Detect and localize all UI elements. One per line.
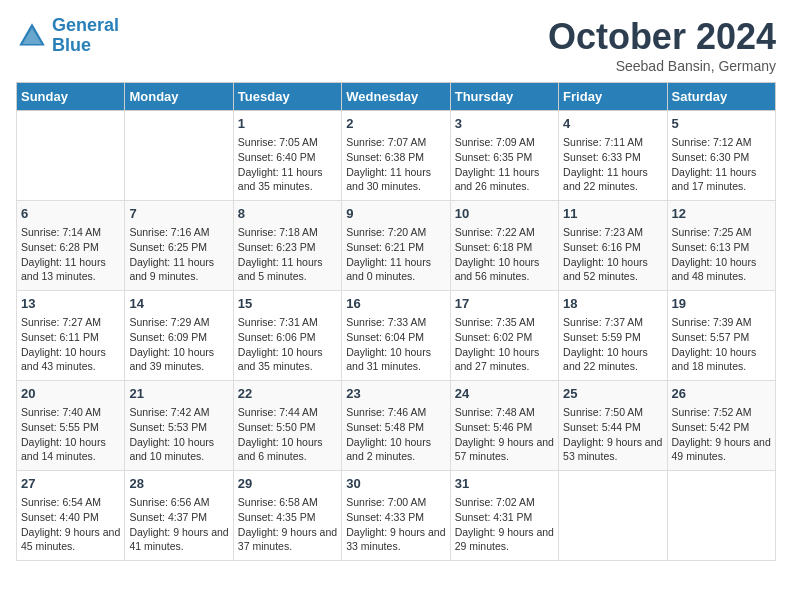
day-info: Sunrise: 7:39 AM Sunset: 5:57 PM Dayligh…: [672, 315, 771, 374]
weekday-header-friday: Friday: [559, 83, 667, 111]
day-cell: 27Sunrise: 6:54 AM Sunset: 4:40 PM Dayli…: [17, 471, 125, 561]
day-number: 3: [455, 115, 554, 133]
day-info: Sunrise: 6:56 AM Sunset: 4:37 PM Dayligh…: [129, 495, 228, 554]
day-info: Sunrise: 7:09 AM Sunset: 6:35 PM Dayligh…: [455, 135, 554, 194]
weekday-header-monday: Monday: [125, 83, 233, 111]
day-number: 29: [238, 475, 337, 493]
month-title: October 2024: [548, 16, 776, 58]
day-number: 30: [346, 475, 445, 493]
day-cell: 5Sunrise: 7:12 AM Sunset: 6:30 PM Daylig…: [667, 111, 775, 201]
calendar-table: SundayMondayTuesdayWednesdayThursdayFrid…: [16, 82, 776, 561]
day-number: 8: [238, 205, 337, 223]
day-number: 5: [672, 115, 771, 133]
day-info: Sunrise: 7:25 AM Sunset: 6:13 PM Dayligh…: [672, 225, 771, 284]
day-number: 16: [346, 295, 445, 313]
logo-line2: Blue: [52, 35, 91, 55]
day-cell: 7Sunrise: 7:16 AM Sunset: 6:25 PM Daylig…: [125, 201, 233, 291]
day-info: Sunrise: 7:20 AM Sunset: 6:21 PM Dayligh…: [346, 225, 445, 284]
day-info: Sunrise: 7:02 AM Sunset: 4:31 PM Dayligh…: [455, 495, 554, 554]
logo-line1: General: [52, 15, 119, 35]
day-cell: 9Sunrise: 7:20 AM Sunset: 6:21 PM Daylig…: [342, 201, 450, 291]
day-info: Sunrise: 7:12 AM Sunset: 6:30 PM Dayligh…: [672, 135, 771, 194]
title-block: October 2024 Seebad Bansin, Germany: [548, 16, 776, 74]
day-info: Sunrise: 7:52 AM Sunset: 5:42 PM Dayligh…: [672, 405, 771, 464]
week-row-5: 27Sunrise: 6:54 AM Sunset: 4:40 PM Dayli…: [17, 471, 776, 561]
day-number: 19: [672, 295, 771, 313]
day-cell: 2Sunrise: 7:07 AM Sunset: 6:38 PM Daylig…: [342, 111, 450, 201]
day-info: Sunrise: 7:40 AM Sunset: 5:55 PM Dayligh…: [21, 405, 120, 464]
day-number: 10: [455, 205, 554, 223]
day-cell: 31Sunrise: 7:02 AM Sunset: 4:31 PM Dayli…: [450, 471, 558, 561]
day-cell: 21Sunrise: 7:42 AM Sunset: 5:53 PM Dayli…: [125, 381, 233, 471]
day-number: 22: [238, 385, 337, 403]
day-cell: 4Sunrise: 7:11 AM Sunset: 6:33 PM Daylig…: [559, 111, 667, 201]
day-info: Sunrise: 7:11 AM Sunset: 6:33 PM Dayligh…: [563, 135, 662, 194]
page-header: General Blue October 2024 Seebad Bansin,…: [16, 16, 776, 74]
weekday-header-saturday: Saturday: [667, 83, 775, 111]
week-row-4: 20Sunrise: 7:40 AM Sunset: 5:55 PM Dayli…: [17, 381, 776, 471]
day-cell: [559, 471, 667, 561]
day-number: 15: [238, 295, 337, 313]
day-number: 20: [21, 385, 120, 403]
day-number: 18: [563, 295, 662, 313]
day-cell: 25Sunrise: 7:50 AM Sunset: 5:44 PM Dayli…: [559, 381, 667, 471]
day-number: 24: [455, 385, 554, 403]
day-info: Sunrise: 7:22 AM Sunset: 6:18 PM Dayligh…: [455, 225, 554, 284]
day-number: 2: [346, 115, 445, 133]
day-cell: 19Sunrise: 7:39 AM Sunset: 5:57 PM Dayli…: [667, 291, 775, 381]
day-number: 6: [21, 205, 120, 223]
day-cell: 18Sunrise: 7:37 AM Sunset: 5:59 PM Dayli…: [559, 291, 667, 381]
day-number: 4: [563, 115, 662, 133]
day-cell: 22Sunrise: 7:44 AM Sunset: 5:50 PM Dayli…: [233, 381, 341, 471]
week-row-1: 1Sunrise: 7:05 AM Sunset: 6:40 PM Daylig…: [17, 111, 776, 201]
day-info: Sunrise: 7:42 AM Sunset: 5:53 PM Dayligh…: [129, 405, 228, 464]
day-info: Sunrise: 6:58 AM Sunset: 4:35 PM Dayligh…: [238, 495, 337, 554]
day-cell: 29Sunrise: 6:58 AM Sunset: 4:35 PM Dayli…: [233, 471, 341, 561]
week-row-2: 6Sunrise: 7:14 AM Sunset: 6:28 PM Daylig…: [17, 201, 776, 291]
day-number: 12: [672, 205, 771, 223]
day-info: Sunrise: 7:14 AM Sunset: 6:28 PM Dayligh…: [21, 225, 120, 284]
day-info: Sunrise: 7:35 AM Sunset: 6:02 PM Dayligh…: [455, 315, 554, 374]
day-number: 13: [21, 295, 120, 313]
weekday-header-wednesday: Wednesday: [342, 83, 450, 111]
day-number: 26: [672, 385, 771, 403]
day-info: Sunrise: 7:18 AM Sunset: 6:23 PM Dayligh…: [238, 225, 337, 284]
day-cell: 26Sunrise: 7:52 AM Sunset: 5:42 PM Dayli…: [667, 381, 775, 471]
weekday-header-thursday: Thursday: [450, 83, 558, 111]
day-cell: 28Sunrise: 6:56 AM Sunset: 4:37 PM Dayli…: [125, 471, 233, 561]
day-info: Sunrise: 7:29 AM Sunset: 6:09 PM Dayligh…: [129, 315, 228, 374]
calendar-body: 1Sunrise: 7:05 AM Sunset: 6:40 PM Daylig…: [17, 111, 776, 561]
location-subtitle: Seebad Bansin, Germany: [548, 58, 776, 74]
week-row-3: 13Sunrise: 7:27 AM Sunset: 6:11 PM Dayli…: [17, 291, 776, 381]
day-cell: 1Sunrise: 7:05 AM Sunset: 6:40 PM Daylig…: [233, 111, 341, 201]
day-number: 27: [21, 475, 120, 493]
day-number: 23: [346, 385, 445, 403]
day-cell: 14Sunrise: 7:29 AM Sunset: 6:09 PM Dayli…: [125, 291, 233, 381]
day-cell: [667, 471, 775, 561]
day-number: 11: [563, 205, 662, 223]
day-info: Sunrise: 7:48 AM Sunset: 5:46 PM Dayligh…: [455, 405, 554, 464]
day-info: Sunrise: 7:31 AM Sunset: 6:06 PM Dayligh…: [238, 315, 337, 374]
day-info: Sunrise: 7:27 AM Sunset: 6:11 PM Dayligh…: [21, 315, 120, 374]
weekday-header-row: SundayMondayTuesdayWednesdayThursdayFrid…: [17, 83, 776, 111]
day-info: Sunrise: 7:46 AM Sunset: 5:48 PM Dayligh…: [346, 405, 445, 464]
day-info: Sunrise: 7:33 AM Sunset: 6:04 PM Dayligh…: [346, 315, 445, 374]
day-cell: 6Sunrise: 7:14 AM Sunset: 6:28 PM Daylig…: [17, 201, 125, 291]
logo-icon: [16, 20, 48, 52]
day-cell: 3Sunrise: 7:09 AM Sunset: 6:35 PM Daylig…: [450, 111, 558, 201]
logo-text: General Blue: [52, 16, 119, 56]
day-cell: 24Sunrise: 7:48 AM Sunset: 5:46 PM Dayli…: [450, 381, 558, 471]
day-info: Sunrise: 7:44 AM Sunset: 5:50 PM Dayligh…: [238, 405, 337, 464]
day-cell: 17Sunrise: 7:35 AM Sunset: 6:02 PM Dayli…: [450, 291, 558, 381]
day-cell: 23Sunrise: 7:46 AM Sunset: 5:48 PM Dayli…: [342, 381, 450, 471]
day-info: Sunrise: 7:37 AM Sunset: 5:59 PM Dayligh…: [563, 315, 662, 374]
day-cell: 12Sunrise: 7:25 AM Sunset: 6:13 PM Dayli…: [667, 201, 775, 291]
day-number: 14: [129, 295, 228, 313]
day-number: 28: [129, 475, 228, 493]
day-number: 7: [129, 205, 228, 223]
day-number: 31: [455, 475, 554, 493]
day-cell: 10Sunrise: 7:22 AM Sunset: 6:18 PM Dayli…: [450, 201, 558, 291]
weekday-header-tuesday: Tuesday: [233, 83, 341, 111]
day-number: 9: [346, 205, 445, 223]
day-info: Sunrise: 6:54 AM Sunset: 4:40 PM Dayligh…: [21, 495, 120, 554]
